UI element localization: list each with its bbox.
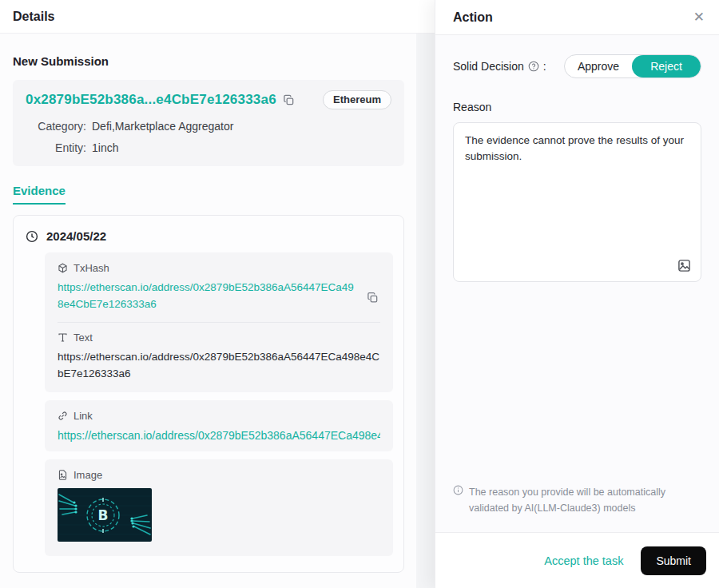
submission-fields: Category: Defi,Marketplace Aggregator En… [26, 120, 391, 154]
validation-note: The reason you provide will be automatic… [453, 484, 701, 516]
text-label: Text [73, 332, 93, 344]
action-drawer: Action ✕ Solid Decision : [435, 0, 719, 588]
reason-label: Reason [453, 101, 701, 113]
accept-task-link[interactable]: Accept the task [544, 554, 623, 567]
validation-note-text: The reason you provide will be automatic… [469, 484, 698, 516]
evidence-card: 2024/05/22 TxHash [13, 215, 404, 573]
details-header: Details [0, 0, 435, 34]
entity-value: 1inch [92, 141, 391, 154]
chain-badge: Ethereum [323, 90, 391, 109]
text-label-row: Text [58, 332, 380, 344]
page: Details New Submission 0x2879bE52b386a..… [0, 0, 719, 588]
image-label-row: Image [58, 469, 380, 481]
decision-label: Solid Decision [453, 60, 524, 73]
evidence-items: TxHash https://etherscan.io/address/0x28… [45, 252, 393, 556]
action-title: Action [453, 10, 493, 25]
new-submission-heading: New Submission [13, 54, 404, 68]
evidence-date-row: 2024/05/22 [26, 226, 393, 252]
link-label-row: Link [58, 410, 380, 422]
txhash-link-wrap: https://etherscan.io/address/0x2879bE52b… [58, 280, 380, 313]
text-value: https://etherscan.io/address/0x2879bE52b… [58, 349, 380, 383]
divider [58, 322, 380, 323]
decision-label-group: Solid Decision : [453, 60, 546, 73]
copy-icon[interactable] [283, 94, 295, 106]
submission-hash-row: 0x2879bE52b386a...e4CbE7e126333a6 Ethere… [26, 90, 391, 109]
evidence-thumbnail[interactable]: B [58, 488, 152, 542]
image-label: Image [73, 469, 102, 481]
category-value: Defi,Marketplace Aggregator [92, 120, 391, 133]
txhash-label: TxHash [73, 262, 109, 274]
evidence-image-card: Image [45, 459, 393, 556]
details-title: Details [13, 10, 54, 24]
action-footer: Accept the task Submit [435, 532, 719, 588]
link-icon [58, 411, 68, 421]
entity-label: Entity: [26, 141, 86, 154]
svg-text:B: B [98, 507, 109, 523]
evidence-link[interactable]: https://etherscan.io/address/0x2879bE52b… [58, 429, 380, 442]
submission-card: 0x2879bE52b386a...e4CbE7e126333a6 Ethere… [13, 80, 404, 166]
details-content: New Submission 0x2879bE52b386a...e4CbE7e… [0, 34, 416, 588]
file-image-icon [58, 470, 68, 480]
evidence-link-card: Link https://etherscan.io/address/0x2879… [45, 400, 393, 451]
close-icon[interactable]: ✕ [693, 10, 705, 24]
reject-button[interactable]: Reject [632, 55, 701, 77]
reason-box: The evidence cannot prove the results of… [453, 122, 701, 282]
txhash-link[interactable]: https://etherscan.io/address/0x2879bE52b… [58, 280, 356, 313]
help-icon[interactable] [528, 61, 539, 72]
decision-colon: : [543, 60, 546, 73]
action-header: Action ✕ [435, 0, 719, 35]
decision-segmented-control: Approve Reject [564, 54, 701, 78]
action-body: Solid Decision : Approve Reject Reas [435, 35, 719, 532]
block-icon [58, 263, 68, 273]
submit-button[interactable]: Submit [641, 546, 706, 575]
tab-evidence[interactable]: Evidence [13, 184, 66, 205]
txhash-label-row: TxHash [58, 262, 380, 274]
text-icon [58, 332, 68, 343]
clock-icon [26, 230, 38, 243]
copy-icon[interactable] [367, 292, 379, 304]
submission-hash[interactable]: 0x2879bE52b386a...e4CbE7e126333a6 [26, 92, 276, 108]
details-panel: Details New Submission 0x2879bE52b386a..… [0, 0, 435, 588]
link-label: Link [73, 410, 93, 422]
decision-row: Solid Decision : Approve Reject [453, 54, 701, 78]
evidence-date: 2024/05/22 [46, 229, 106, 243]
evidence-txhash-card: TxHash https://etherscan.io/address/0x28… [45, 252, 393, 392]
category-label: Category: [26, 120, 86, 133]
attach-image-icon[interactable] [677, 259, 691, 272]
reason-textarea[interactable]: The evidence cannot prove the results of… [454, 123, 701, 281]
info-icon [453, 485, 463, 516]
approve-button[interactable]: Approve [565, 55, 632, 77]
